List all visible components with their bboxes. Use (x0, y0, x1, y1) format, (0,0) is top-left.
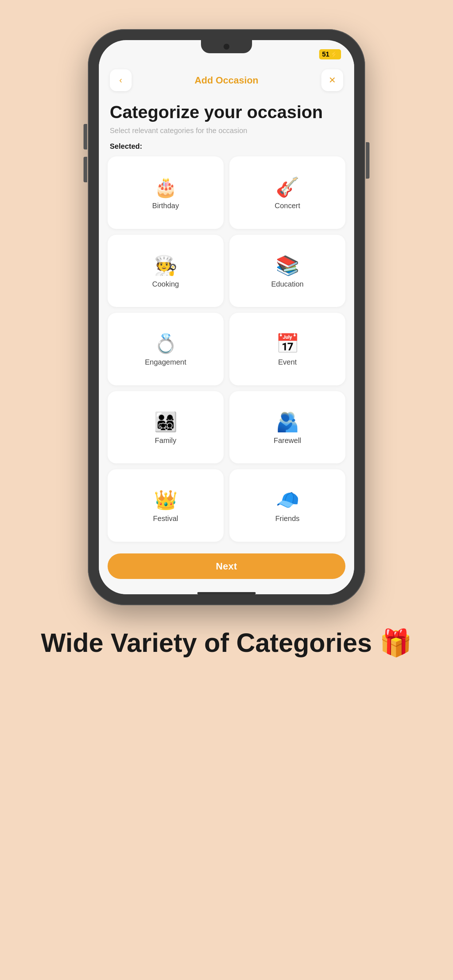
categories-grid: 🎂Birthday🎸Concert🧑‍🍳Cooking📚Education💍En… (99, 151, 354, 547)
header-title: Add Occasion (195, 75, 258, 86)
page-title-section: Categorize your occasion Select relevant… (99, 95, 354, 138)
volume-up-button (83, 124, 87, 150)
selected-label: Selected: (99, 138, 354, 151)
status-right: 51⚡ (319, 49, 341, 59)
cooking-label: Cooking (152, 280, 179, 288)
friends-icon: 🧢 (276, 490, 300, 509)
concert-label: Concert (274, 202, 300, 210)
app-header: ‹ Add Occasion ✕ (99, 62, 354, 95)
birthday-icon: 🎂 (154, 178, 178, 197)
close-icon: ✕ (329, 75, 336, 85)
category-card-family[interactable]: 👨‍👩‍👧‍👦Family (108, 391, 223, 464)
category-card-concert[interactable]: 🎸Concert (230, 156, 345, 229)
battery-indicator: 51⚡ (319, 49, 341, 59)
event-label: Event (278, 358, 297, 366)
birthday-label: Birthday (152, 202, 179, 210)
family-icon: 👨‍👩‍👧‍👦 (154, 412, 178, 431)
volume-down-button (83, 157, 87, 182)
category-card-festival[interactable]: 👑Festival (108, 469, 223, 542)
category-card-event[interactable]: 📅Event (230, 313, 345, 385)
cooking-icon: 🧑‍🍳 (154, 256, 178, 275)
phone-screen: 51⚡ ‹ Add Occasion ✕ Categorize your occ… (99, 40, 354, 594)
close-button[interactable]: ✕ (321, 69, 343, 91)
category-card-engagement[interactable]: 💍Engagement (108, 313, 223, 385)
bottom-tagline: Wide Variety of Categories 🎁 (19, 627, 434, 659)
farewell-label: Farewell (274, 436, 301, 445)
camera (223, 44, 230, 49)
page-title: Categorize your occasion (110, 102, 343, 122)
battery-level: 51 (322, 51, 329, 58)
bottom-section: Next (99, 547, 354, 590)
festival-label: Festival (153, 514, 179, 523)
friends-label: Friends (275, 514, 300, 523)
education-label: Education (271, 280, 304, 288)
engagement-label: Engagement (145, 358, 186, 366)
back-icon: ‹ (119, 75, 122, 85)
family-label: Family (155, 436, 177, 445)
page-subtitle: Select relevant categories for the occas… (110, 127, 343, 135)
category-card-education[interactable]: 📚Education (230, 235, 345, 307)
engagement-icon: 💍 (154, 334, 178, 353)
back-button[interactable]: ‹ (110, 69, 132, 91)
concert-icon: 🎸 (276, 178, 300, 197)
app-content: ‹ Add Occasion ✕ Categorize your occasio… (99, 62, 354, 594)
education-icon: 📚 (276, 256, 300, 275)
battery-icon: ⚡ (330, 50, 338, 58)
phone-frame: 51⚡ ‹ Add Occasion ✕ Categorize your occ… (88, 29, 365, 605)
category-card-friends[interactable]: 🧢Friends (230, 469, 345, 542)
festival-icon: 👑 (154, 490, 178, 509)
category-card-birthday[interactable]: 🎂Birthday (108, 156, 223, 229)
category-card-cooking[interactable]: 🧑‍🍳Cooking (108, 235, 223, 307)
next-button[interactable]: Next (108, 554, 345, 579)
farewell-icon: 🫂 (276, 412, 300, 431)
notch (201, 40, 252, 53)
power-button (366, 142, 370, 179)
category-card-farewell[interactable]: 🫂Farewell (230, 391, 345, 464)
event-icon: 📅 (276, 334, 300, 353)
home-indicator (197, 592, 256, 594)
